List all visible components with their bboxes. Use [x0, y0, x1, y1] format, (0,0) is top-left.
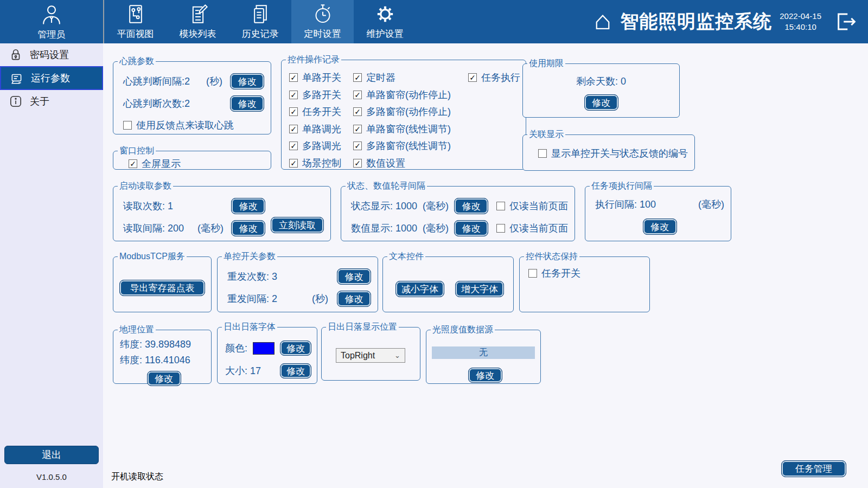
nav-plan-view[interactable]: 平面视图 — [104, 0, 167, 43]
panel-title: 地理位置 — [118, 324, 156, 336]
decrease-font-button[interactable]: 减小字体 — [395, 281, 444, 297]
heartbeat-count-modify-button[interactable]: 修改 — [230, 95, 264, 112]
increase-font-button[interactable]: 增大字体 — [455, 281, 504, 297]
expiry-modify-button[interactable]: 修改 — [584, 94, 618, 111]
assoc-checkbox[interactable]: 显示单控开关与状态反馈的编号 — [538, 147, 688, 160]
panel-task-exec-interval: 任务项执行间隔 执行间隔: 100 (毫秒) 修改 — [585, 181, 731, 241]
record-checkbox[interactable]: ✓单路开关 — [289, 71, 353, 84]
user-block[interactable]: 管理员 — [0, 0, 103, 43]
panel-title: 控件操作记录 — [286, 54, 341, 66]
record-checkbox[interactable]: ✓多路调光 — [289, 139, 353, 152]
status-current-page-checkbox[interactable]: 仅读当前页面 — [496, 200, 568, 213]
logout-button[interactable] — [833, 0, 856, 43]
panel-single-switch-params: 单控开关参数 重发次数: 3 修改 重发间隔: 2 (秒) 修改 — [217, 251, 378, 312]
record-checkbox[interactable]: ✓任务执行 — [468, 71, 520, 84]
fullscreen-checkbox[interactable]: ✓ 全屏显示 — [129, 157, 181, 170]
read-count-modify-button[interactable]: 修改 — [231, 198, 265, 214]
remaining-days-label: 剩余天数: 0 — [576, 75, 626, 88]
export-register-table-button[interactable]: 导出寄存器点表 — [119, 280, 205, 296]
checkbox-label: 多路窗帘(动作停止) — [366, 105, 451, 118]
sunrise-position-select[interactable]: TopRight ⌄ — [336, 348, 405, 363]
task-switch-checkbox[interactable]: 任务开关 — [528, 267, 580, 280]
exit-button[interactable]: 退出 — [4, 446, 99, 464]
checkbox-box — [123, 121, 132, 130]
geo-modify-button[interactable]: 修改 — [147, 371, 181, 386]
task-manage-button[interactable]: 任务管理 — [781, 460, 846, 477]
panel-title: 任务项执行间隔 — [590, 181, 654, 192]
checkbox-box: ✓ — [468, 73, 477, 82]
checkbox-label: 单路开关 — [302, 71, 341, 84]
nav-module-list[interactable]: 模块列表 — [167, 0, 229, 43]
panel-usage-period: 使用期限 剩余天数: 0 修改 — [522, 58, 680, 118]
panel-title: 光照度值数据源 — [431, 324, 495, 336]
checkbox-box: ✓ — [353, 73, 362, 82]
record-checkbox[interactable]: ✓单路窗帘(动作停止) — [353, 88, 468, 101]
date-text: 2022-04-15 — [780, 11, 821, 22]
read-now-button[interactable]: 立刻读取 — [271, 217, 324, 233]
boot-status-text: 开机读取状态 — [111, 471, 163, 483]
panel-modbus-tcp: ModbusTCP服务 导出寄存器点表 — [113, 251, 212, 312]
retry-count-modify-button[interactable]: 修改 — [337, 268, 371, 285]
font-color-modify-button[interactable]: 修改 — [280, 341, 311, 356]
header-spacer — [416, 0, 593, 43]
sidebar-item-run-parameters[interactable]: 运行参数 — [0, 66, 103, 90]
checkbox-label: 任务开关 — [302, 105, 341, 118]
user-label: 管理员 — [38, 28, 66, 41]
heartbeat-interval-label: 心跳判断间隔:2 — [123, 75, 190, 88]
lux-source-value: 无 — [432, 346, 535, 359]
status-display-unit: (毫秒) — [423, 200, 454, 213]
sidebar-item-password-settings[interactable]: 密码设置 — [0, 43, 103, 66]
info-icon — [9, 94, 23, 108]
retry-interval-unit: (秒) — [312, 292, 328, 305]
record-checkbox[interactable]: ✓任务开关 — [289, 105, 353, 118]
datetime: 2022-04-15 15:40:10 — [780, 0, 821, 43]
app-title: 智能照明监控系统 — [620, 9, 772, 34]
value-display-unit: (毫秒) — [423, 222, 454, 235]
record-checkbox[interactable]: ✓定时器 — [353, 71, 468, 84]
panel-title: 状态、数值轮寻间隔 — [346, 181, 427, 192]
checkbox-label: 多路调光 — [302, 139, 341, 152]
read-interval-label: 读取间隔: 200 — [123, 222, 184, 235]
record-checkbox[interactable]: ✓单路窗帘(线性调节) — [353, 123, 468, 136]
value-current-page-checkbox[interactable]: 仅读当前页面 — [496, 222, 568, 235]
longitude-label: 纬度: 116.41046 — [120, 354, 190, 367]
heartbeat-interval-modify-button[interactable]: 修改 — [230, 73, 264, 89]
feedback-heartbeat-checkbox[interactable]: 使用反馈点来读取心跳 — [123, 119, 234, 132]
main-content: 心跳参数 心跳判断间隔:2 (秒) 修改 心跳判断次数:2 修改 使用反馈点来读… — [103, 43, 868, 488]
checkbox-label: 仅读当前页面 — [509, 222, 568, 235]
record-checkbox[interactable]: ✓数值设置 — [353, 157, 468, 170]
value-display-modify-button[interactable]: 修改 — [454, 220, 488, 236]
time-text: 15:40:10 — [780, 22, 821, 33]
nav-history[interactable]: 历史记录 — [229, 0, 291, 43]
title-wrap: 智能照明监控系统 — [593, 0, 772, 43]
panel-title: 启动读取参数 — [118, 181, 173, 192]
exec-interval-modify-button[interactable]: 修改 — [643, 219, 677, 235]
read-interval-modify-button[interactable]: 修改 — [231, 220, 265, 236]
checkbox-label: 单路调光 — [302, 123, 341, 136]
record-checkbox[interactable]: ✓多路窗帘(动作停止) — [353, 105, 468, 118]
record-checkbox[interactable]: ✓多路开关 — [289, 88, 353, 101]
nav-timer-settings[interactable]: 定时设置 — [291, 0, 354, 43]
lux-source-modify-button[interactable]: 修改 — [468, 368, 502, 383]
checkbox-box: ✓ — [353, 91, 362, 99]
checkbox-box: ✓ — [289, 125, 298, 133]
sidebar-item-about[interactable]: 关于 — [0, 90, 103, 113]
font-color-swatch[interactable] — [253, 342, 275, 355]
checkbox-box: ✓ — [289, 159, 298, 168]
record-checkbox[interactable]: ✓单路调光 — [289, 123, 353, 136]
font-size-modify-button[interactable]: 修改 — [280, 363, 311, 378]
sidebar-item-label: 运行参数 — [31, 72, 70, 85]
panel-title: 心跳参数 — [118, 56, 156, 67]
record-checkbox[interactable]: ✓场景控制 — [289, 157, 353, 170]
record-column-2: ✓定时器 ✓单路窗帘(动作停止) ✓多路窗帘(动作停止) ✓单路窗帘(线性调节)… — [353, 71, 468, 170]
panel-title: 日出日落显示位置 — [326, 322, 399, 333]
panel-poll-interval: 状态、数值轮寻间隔 状态显示: 1000 (毫秒) 修改 仅读当前页面 数值显示… — [341, 181, 575, 241]
nav-maintenance-settings[interactable]: 维护设置 — [354, 0, 416, 43]
panel-text-widget: 文本控件 减小字体 增大字体 — [382, 251, 514, 312]
value-display-label: 数值显示: 1000 — [351, 222, 423, 235]
panel-association-display: 关联显示 显示单控开关与状态反馈的编号 — [522, 129, 695, 171]
retry-interval-modify-button[interactable]: 修改 — [337, 291, 371, 307]
record-checkbox[interactable]: ✓多路窗帘(线性调节) — [353, 139, 468, 152]
status-display-modify-button[interactable]: 修改 — [454, 198, 488, 214]
checkbox-box: ✓ — [289, 73, 298, 82]
